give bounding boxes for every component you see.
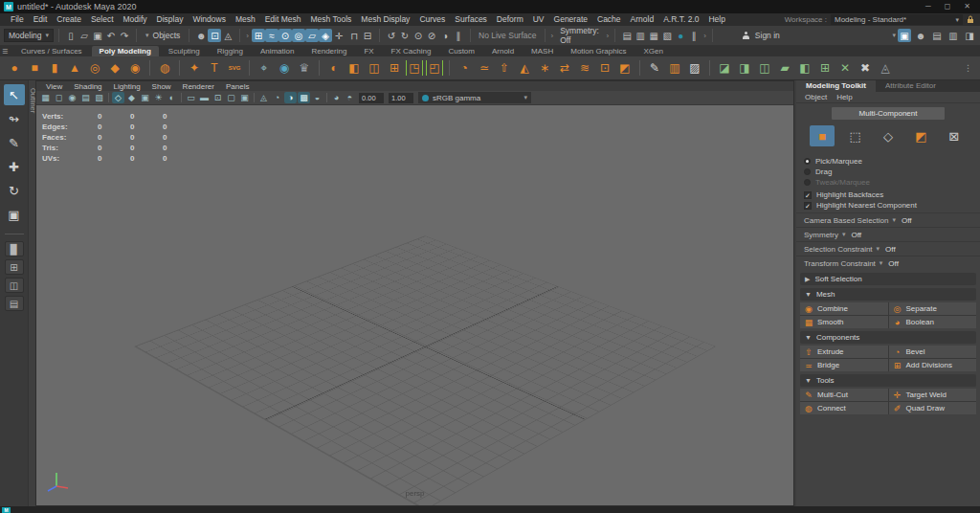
viewport-menu-item[interactable]: View	[40, 82, 68, 91]
perspective-viewport[interactable]: ViewShadingLightingShowRendererPanels ▦◻…	[35, 80, 794, 506]
group-collapse-arrow[interactable]: ›	[550, 32, 555, 40]
panel-tab[interactable]: Modeling Toolkit	[796, 80, 876, 92]
selection-mask-selector[interactable]: ▾ Objects	[142, 29, 184, 42]
menu-item[interactable]: Arnold	[626, 13, 659, 26]
menu-item[interactable]: Cache	[592, 13, 626, 26]
poly-sphere-icon[interactable]: ●	[6, 58, 23, 78]
lock-camera-icon[interactable]: ◻	[53, 92, 65, 103]
output-connections-icon[interactable]: ⊘	[425, 29, 438, 42]
panel-tool-button[interactable]: ✎ Multi-Cut	[800, 389, 888, 401]
super-shape-icon[interactable]: ✦	[186, 58, 203, 78]
snap-together-icon[interactable]: ✛	[332, 29, 345, 42]
isolate-select-icon[interactable]: ◬	[257, 92, 270, 103]
separate-icon[interactable]: ◧	[796, 58, 813, 78]
bridge-icon[interactable]: ≃	[476, 58, 493, 78]
panel-menu-item[interactable]: Object	[800, 93, 832, 101]
make-live-icon[interactable]: ◈	[319, 29, 332, 42]
menu-item[interactable]: Create	[52, 13, 86, 26]
extrude-icon[interactable]: ⇧	[496, 58, 513, 78]
panel-tool-button[interactable]: ≃ Bridge	[800, 359, 888, 371]
menu-item[interactable]: Help	[703, 13, 729, 26]
remesh-icon[interactable]: ◬	[877, 58, 894, 78]
boolean-union-icon[interactable]: ◪	[716, 58, 733, 78]
shelf-tab[interactable]: Rendering	[303, 46, 354, 56]
render-sequence-icon[interactable]: ▦	[647, 29, 660, 42]
checkbox-option[interactable]: Highlight Backfaces	[804, 190, 972, 200]
select-by-hierarchy-icon[interactable]: ☻	[194, 29, 208, 42]
curve-warp-icon[interactable]: ♛	[296, 58, 313, 78]
menu-item[interactable]: File	[6, 13, 29, 26]
ipr-render-icon[interactable]: ▥	[634, 29, 647, 42]
outliner-collapsed-strip[interactable]: Outliner	[28, 80, 35, 506]
shelf-tab[interactable]: Rigging	[210, 46, 251, 56]
shelf-icon[interactable]	[639, 60, 640, 76]
menu-set-selector[interactable]: Modeling ▾	[4, 29, 54, 42]
menu-item[interactable]: UV	[528, 13, 549, 26]
poly-disc-icon[interactable]: ◉	[126, 58, 144, 78]
radio-option[interactable]: Drag	[804, 167, 972, 177]
mirror-icon[interactable]: ◫	[366, 58, 383, 78]
paint-select-tool[interactable]: ✎	[4, 132, 25, 153]
transfer-attributes-icon[interactable]: ⊡	[596, 58, 613, 78]
menu-item[interactable]: Curves	[414, 13, 450, 26]
combine-icon[interactable]: ▰	[776, 58, 793, 78]
shelf-tab[interactable]: Motion Graphics	[563, 46, 634, 56]
redo-icon[interactable]: ↷	[118, 29, 131, 42]
platonic-solid-icon[interactable]: ◍	[156, 58, 173, 78]
viewport-icon[interactable]	[254, 93, 255, 102]
shelf-icon[interactable]	[319, 60, 320, 76]
layout-persp-outliner[interactable]: ◫	[5, 278, 24, 293]
shelf-icon[interactable]	[709, 60, 710, 76]
panel-menu-item[interactable]: Help	[832, 93, 857, 101]
group-collapse-arrow[interactable]: ›	[245, 32, 250, 40]
layout-persp-graph[interactable]: ▤	[5, 296, 24, 311]
tools-section-header[interactable]: ▼ Tools	[800, 374, 976, 387]
shelf-tab[interactable]: Poly Modeling	[92, 46, 159, 56]
save-scene-icon[interactable]: ▣	[91, 29, 104, 42]
snap-to-curve-icon[interactable]: ≈	[265, 29, 278, 42]
poly-cylinder-icon[interactable]: ▮	[46, 58, 63, 78]
safe-title-icon[interactable]: ▣	[238, 92, 251, 103]
modeling-toolkit-toggle[interactable]: ▣	[898, 29, 911, 42]
shadows-icon[interactable]: ◐	[166, 92, 178, 103]
shaded-mode-icon[interactable]: ◆	[125, 92, 138, 103]
construction-plane-icon[interactable]: ⌖	[256, 58, 273, 78]
bookmarks-icon[interactable]: ▤	[79, 92, 92, 103]
snap-to-projected-center-icon[interactable]: ◎	[292, 29, 305, 42]
viewport-menu-item[interactable]: Show	[146, 82, 177, 91]
dropdown-row[interactable]: Symmetry ▾ Off	[796, 227, 980, 241]
cut-faces-icon[interactable]: ✕	[836, 58, 854, 78]
wireframe-mode-icon[interactable]: ◇	[112, 92, 124, 103]
shelf-tab[interactable]: FX	[356, 46, 381, 56]
shelf-tab[interactable]: Curves / Surfaces	[13, 46, 90, 56]
poly-cone-icon[interactable]: ▲	[66, 58, 83, 78]
exposure-field[interactable]: 0.00	[359, 93, 384, 103]
layout-single-pane[interactable]: ▉	[5, 241, 24, 256]
viewport-menu-item[interactable]: Panels	[220, 82, 255, 91]
maximize-button[interactable]: ◻	[945, 0, 951, 13]
symmetrize-icon[interactable]: ⇄	[556, 58, 573, 78]
symmetry-selector[interactable]: Symmetry: Off	[556, 29, 603, 42]
viewport-menu-item[interactable]: Renderer	[177, 82, 220, 91]
dropdown-row[interactable]: Camera Based Selection ▾ Off	[796, 212, 980, 227]
menu-item[interactable]: Display	[152, 13, 189, 26]
subdivide-icon[interactable]: ⊞	[386, 58, 403, 78]
panel-tool-button[interactable]: ◎ Separate	[889, 302, 977, 315]
panel-tool-button[interactable]: ◕ Boolean	[889, 316, 977, 328]
group-collapse-arrow[interactable]: ›	[702, 32, 707, 40]
checkbox-option[interactable]: Highlight Nearest Component	[804, 200, 972, 211]
gamma-field[interactable]: 1.00	[389, 93, 413, 103]
menu-item[interactable]: Surfaces	[450, 13, 492, 26]
shelf-tab[interactable]: MASH	[523, 46, 561, 56]
extract-icon[interactable]: ⊞	[816, 58, 834, 78]
close-button[interactable]: ✕	[964, 0, 970, 13]
dropdown-row[interactable]: Selection Constraint ▾ Off	[796, 241, 980, 256]
undo-icon[interactable]: ↶	[104, 29, 118, 42]
field-chart-icon[interactable]: ⊡	[212, 92, 224, 103]
spin-edge-icon[interactable]: ◰	[426, 60, 443, 76]
snap-to-grid-icon[interactable]: ⊞	[252, 29, 265, 42]
pause-viewport-icon[interactable]: ∥	[687, 29, 701, 42]
soft-selection-header[interactable]: ▶ Soft Selection	[800, 273, 976, 285]
viewport-menu-item[interactable]: Shading	[68, 82, 107, 91]
menu-item[interactable]: Mesh Display	[356, 13, 414, 26]
